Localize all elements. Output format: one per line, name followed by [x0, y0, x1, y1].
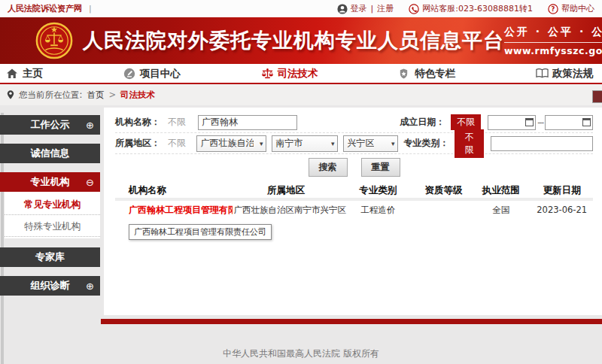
login-register-group: 登录 | 注册 — [337, 3, 394, 14]
help-group: ? 帮助中心 — [548, 3, 594, 14]
city-select-value: 南宁市 — [275, 137, 303, 150]
breadcrumb-separator: > — [108, 89, 116, 100]
org-scope-cell: 全国 — [471, 205, 531, 216]
founded-date-label: 成立日期： — [400, 116, 445, 129]
court-emblem-icon — [35, 21, 74, 60]
org-name-link[interactable]: 广西翰林工程项目管理有限责任... — [115, 204, 233, 217]
reset-button[interactable]: 重置 — [361, 158, 400, 177]
topbar-divider: | — [89, 4, 92, 14]
chevron-down-icon: ▾ — [391, 140, 395, 147]
province-select[interactable]: 广西壮族自治区 ▾ — [196, 135, 266, 152]
nav-item-special-column[interactable]: 特色专栏 — [398, 67, 455, 80]
date-to-input[interactable] — [545, 115, 593, 130]
table-header-org-name: 机构名称 — [115, 184, 233, 197]
table-header-category: 专业类别 — [339, 184, 416, 197]
calendar-icon[interactable] — [582, 118, 591, 126]
org-name-tooltip: 广西翰林工程项目管理有限责任公司 — [129, 224, 272, 240]
nav-item-project-center[interactable]: 项目中心 — [123, 67, 181, 80]
form-row-region: 所属地区： 不限 广西壮族自治区 ▾ 南宁市 ▾ 兴宁区 ▾ 专业类别： 不限 — [115, 133, 593, 154]
topbar-left: 人民法院诉讼资产网 | — [8, 3, 92, 14]
org-name-input[interactable] — [198, 115, 297, 130]
category-label: 专业类别： — [403, 137, 448, 150]
nav-item-label: 项目中心 — [140, 67, 181, 80]
hotline-text: 网站客服:023-63088881转1 — [422, 3, 533, 14]
sidebar-item-label: 工作公示 — [31, 118, 70, 132]
site-logo-text[interactable]: 人民法院诉讼资产网 — [8, 3, 82, 14]
login-link[interactable]: 登录 — [351, 3, 367, 14]
org-name-any-text: 不限 — [168, 116, 187, 129]
form-row-org-name: 机构名称： 不限 成立日期： 不限 --- — [115, 112, 593, 133]
banner-right: 公开 · 公平 · 公正 www.rmfysszc.gov.cn — [504, 26, 602, 56]
content-area: 工作公示 ⊕ 诚信信息 专业机构 ⊖ 常见专业机构 特殊专业机构 专家库 组织诊… — [0, 105, 602, 315]
banner-website: www.rmfysszc.gov.cn — [504, 43, 602, 56]
search-button[interactable]: 搜索 — [309, 158, 348, 177]
sidebar-item-integrity-info[interactable]: 诚信信息 — [0, 144, 100, 163]
region-any-text: 不限 — [168, 137, 186, 150]
org-updated-cell: 2023-06-21 — [531, 205, 593, 215]
login-register-separator: | — [371, 4, 374, 14]
page-title: 人民法院对外委托专业机构专业人员信息平台 — [83, 27, 504, 54]
category-any-button[interactable]: 不限 — [455, 129, 484, 158]
sidebar-item-professional-orgs[interactable]: 专业机构 ⊖ — [0, 172, 100, 192]
table-header-row: 机构名称 所属地区 专业类别 资质等级 执业范围 更新日期 — [115, 183, 593, 201]
nav-item-label: 政策法规 — [552, 67, 593, 80]
sidebar-item-work-publicity[interactable]: 工作公示 ⊕ — [0, 115, 100, 135]
expand-icon[interactable]: ⊕ — [86, 281, 94, 292]
nav-item-judicial-tech[interactable]: 司法技术 — [261, 67, 318, 80]
sidebar-item-expert-library[interactable]: 专家库 — [0, 247, 100, 267]
site-banner: 人民法院对外委托专业机构专业人员信息平台 公开 · 公平 · 公正 www.rm… — [0, 17, 602, 64]
svg-text:?: ? — [552, 5, 555, 12]
footer-red-bar — [101, 319, 602, 324]
side-widget-button[interactable] — [592, 90, 602, 103]
sidebar-item-label: 专业机构 — [31, 175, 70, 189]
expand-icon[interactable]: ⊕ — [86, 120, 94, 131]
calendar-icon[interactable] — [525, 118, 534, 126]
chevron-down-icon: ▾ — [331, 140, 335, 147]
sidebar-item-label: 诚信信息 — [31, 147, 70, 160]
hotline-group: 网站客服:023-63088881转1 — [409, 3, 533, 14]
org-category-cell: 工程造价 — [339, 205, 416, 216]
table-header-grade: 资质等级 — [416, 184, 471, 197]
table-header-scope: 执业范围 — [471, 184, 531, 197]
sidebar-subitem-special-orgs[interactable]: 特殊专业机构 — [5, 215, 100, 237]
banner-slogan: 公开 · 公平 · 公正 — [504, 26, 602, 43]
category-input[interactable] — [491, 136, 593, 151]
scales-icon — [261, 68, 274, 80]
help-center-link[interactable]: 帮助中心 — [561, 3, 594, 14]
city-select[interactable]: 南宁市 ▾ — [272, 135, 338, 152]
sidebar-subitem-common-orgs[interactable]: 常见专业机构 — [5, 193, 100, 215]
location-pin-icon — [7, 89, 14, 100]
sidebar: 工作公示 ⊕ 诚信信息 专业机构 ⊖ 常见专业机构 特殊专业机构 专家库 组织诊… — [0, 105, 100, 305]
topbar: 人民法院诉讼资产网 | 登录 | 注册 网站客服:023-63088881转1 — [0, 0, 602, 17]
nav-item-home[interactable]: 主页 — [6, 67, 43, 80]
district-select[interactable]: 兴宁区 ▾ — [343, 135, 398, 152]
user-icon — [337, 4, 348, 14]
chevron-down-icon: ▾ — [260, 140, 263, 147]
register-link[interactable]: 注册 — [377, 3, 394, 14]
breadcrumb-prefix: 您当前所在位置: — [19, 89, 82, 101]
breadcrumb: 您当前所在位置: 首页 > 司法技术 — [0, 84, 602, 105]
page: 人民法院诉讼资产网 | 登录 | 注册 网站客服:023-63088881转1 — [0, 0, 602, 364]
nav-item-policies[interactable]: 政策法规 — [536, 67, 593, 80]
date-range-separator: --- — [537, 118, 543, 126]
founded-any-button[interactable]: 不限 — [451, 114, 481, 130]
district-select-value: 兴宁区 — [347, 137, 374, 150]
table-row: 广西翰林工程项目管理有限责任... 广西壮族自治区南宁市兴宁区 工程造价 全国 … — [115, 201, 593, 219]
project-icon — [123, 68, 136, 80]
table-header-updated: 更新日期 — [531, 184, 593, 197]
org-name-label: 机构名称： — [115, 116, 160, 129]
date-from-input[interactable] — [488, 115, 536, 130]
sidebar-submenu: 常见专业机构 特殊专业机构 — [5, 192, 100, 238]
main-panel: 机构名称： 不限 成立日期： 不限 --- 所属地区： 不限 广西壮族自治区 ▾ — [104, 108, 602, 315]
home-icon — [6, 68, 19, 80]
footer-copyright: 中华人民共和国最高人民法院 版权所有 — [0, 324, 602, 360]
province-select-value: 广西壮族自治区 — [200, 137, 254, 150]
topbar-right: 登录 | 注册 网站客服:023-63088881转1 ? 帮助中心 — [337, 3, 594, 14]
breadcrumb-home-link[interactable]: 首页 — [87, 89, 104, 101]
table-header-region: 所属地区 — [233, 184, 340, 197]
collapse-icon[interactable]: ⊖ — [86, 177, 94, 188]
badge-icon — [398, 68, 411, 80]
sidebar-item-label: 组织诊断 — [31, 279, 70, 293]
sidebar-item-org-diagnosis[interactable]: 组织诊断 ⊕ — [0, 276, 100, 296]
breadcrumb-current[interactable]: 司法技术 — [120, 89, 155, 101]
